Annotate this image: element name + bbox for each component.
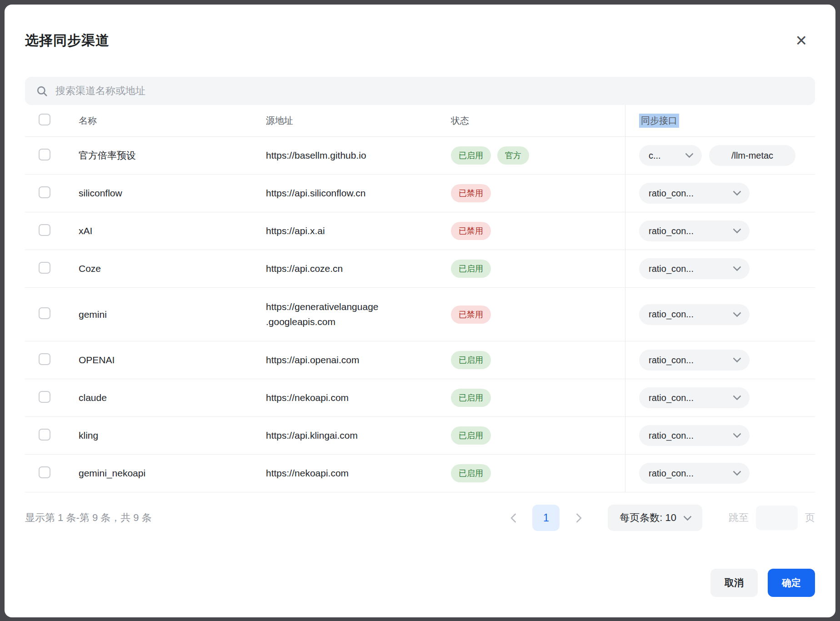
chevron-down-icon	[733, 263, 741, 271]
confirm-button[interactable]: 确定	[768, 569, 815, 597]
channel-source-url: https://api.siliconflow.cn	[266, 186, 451, 201]
channel-name: gemini_nekoapi	[79, 468, 266, 479]
row-checkbox[interactable]	[39, 429, 50, 441]
channel-source-url: https://api.coze.cn	[266, 261, 451, 276]
chevron-down-icon	[733, 392, 741, 400]
pager-controls: 1 每页条数: 10 跳至 页	[506, 505, 815, 531]
page-size-select[interactable]: 每页条数: 10	[608, 505, 702, 531]
column-header-source: 源地址	[266, 115, 451, 127]
channel-name: kling	[79, 430, 266, 441]
sync-endpoint-value: ratio_con...	[649, 431, 694, 441]
table-row: gemini_nekoapi https://nekoapi.com 已启用 r…	[25, 455, 815, 492]
jump-to-page: 跳至 页	[729, 506, 815, 530]
sync-endpoint-select[interactable]: ratio_con...	[639, 258, 750, 279]
channel-name: siliconflow	[79, 188, 266, 199]
chevron-down-icon	[685, 150, 693, 158]
jump-prefix-label: 跳至	[729, 511, 749, 525]
row-checkbox[interactable]	[39, 186, 50, 198]
sync-endpoint-value: ratio_con...	[649, 226, 694, 236]
row-checkbox[interactable]	[39, 391, 50, 403]
sync-endpoint-select[interactable]: ratio_con...	[639, 220, 750, 241]
pagination-summary: 显示第 1 条-第 9 条，共 9 条	[25, 511, 152, 525]
table-row: kling https://api.klingai.com 已启用 ratio_…	[25, 417, 815, 455]
table-row: Coze https://api.coze.cn 已启用 ratio_con..…	[25, 250, 815, 288]
column-header-status: 状态	[451, 115, 625, 127]
row-checkbox[interactable]	[39, 466, 50, 478]
sync-endpoint-select[interactable]: c...	[639, 145, 702, 166]
row-checkbox[interactable]	[39, 262, 50, 274]
status-badge: 已启用	[451, 426, 491, 445]
table-row: OPENAI https://api.openai.com 已启用 ratio_…	[25, 341, 815, 379]
search-placeholder: 搜索渠道名称或地址	[55, 84, 145, 98]
chevron-down-icon	[733, 430, 741, 438]
jump-page-input[interactable]	[756, 506, 798, 530]
column-header-name: 名称	[79, 115, 266, 127]
status-badge: 已启用	[451, 260, 491, 278]
table-row: 官方倍率预设 https://basellm.github.io 已启用 官方 …	[25, 137, 815, 175]
table-row: gemini https://generativelanguage .googl…	[25, 288, 815, 341]
chevron-down-icon	[733, 354, 741, 362]
sync-endpoint-value: ratio_con...	[649, 309, 694, 320]
sync-channel-dialog: 选择同步渠道 × 搜索渠道名称或地址 名称 源地址 状态 同步接口 官方倍率预设…	[5, 5, 835, 617]
sync-endpoint-value: ratio_con...	[649, 355, 694, 366]
next-page-icon[interactable]	[568, 509, 586, 527]
prev-page-icon[interactable]	[506, 509, 524, 527]
column-header-sync: 同步接口	[639, 114, 679, 128]
sync-endpoint-value: c...	[649, 150, 661, 161]
status-badge: 已启用	[451, 464, 491, 482]
channel-name: gemini	[79, 309, 266, 320]
status-badge: 已禁用	[451, 184, 491, 202]
table-row: xAI https://api.x.ai 已禁用 ratio_con...	[25, 212, 815, 250]
dialog-title: 选择同步渠道	[25, 31, 110, 50]
page-size-label: 每页条数: 10	[620, 511, 676, 525]
sync-endpoint-value: ratio_con...	[649, 393, 694, 403]
select-all-checkbox[interactable]	[39, 114, 50, 125]
pagination-bar: 显示第 1 条-第 9 条，共 9 条 1 每页条数: 10 跳至 页	[25, 504, 815, 531]
channel-source-url: https://generativelanguage .googleapis.c…	[266, 300, 451, 329]
close-icon[interactable]: ×	[795, 31, 807, 50]
table-row: siliconflow https://api.siliconflow.cn 已…	[25, 175, 815, 212]
chevron-down-icon	[733, 187, 741, 195]
channel-table: 名称 源地址 状态 同步接口 官方倍率预设 https://basellm.gi…	[25, 105, 815, 492]
status-badge: 已禁用	[451, 222, 491, 240]
status-badge: 已启用	[451, 389, 491, 407]
sync-endpoint-value: ratio_con...	[649, 188, 694, 199]
chevron-down-icon	[733, 309, 741, 317]
status-badge: 已禁用	[451, 305, 491, 324]
official-badge: 官方	[497, 146, 529, 165]
channel-source-url: https://nekoapi.com	[266, 391, 451, 406]
sync-endpoint-select[interactable]: ratio_con...	[639, 350, 750, 371]
channel-source-url: https://api.x.ai	[266, 224, 451, 239]
channel-name: 官方倍率预设	[79, 149, 266, 162]
sync-endpoint-select[interactable]: ratio_con...	[639, 425, 750, 446]
sync-endpoint-value: ratio_con...	[649, 264, 694, 274]
sync-endpoint-select[interactable]: ratio_con...	[639, 387, 750, 408]
status-badge: 已启用	[451, 351, 491, 369]
channel-name: claude	[79, 392, 266, 403]
sync-endpoint-select[interactable]: ratio_con...	[639, 463, 750, 484]
channel-name: OPENAI	[79, 355, 266, 366]
row-checkbox[interactable]	[39, 149, 50, 160]
row-checkbox[interactable]	[39, 353, 50, 365]
sync-endpoint-value: ratio_con...	[649, 468, 694, 479]
chevron-down-icon	[733, 225, 741, 233]
sync-endpoint-select[interactable]: ratio_con...	[639, 304, 750, 325]
sync-path-input[interactable]: /llm-metac	[709, 145, 795, 166]
cancel-button[interactable]: 取消	[710, 569, 758, 597]
sync-endpoint-select[interactable]: ratio_con...	[639, 183, 750, 204]
channel-source-url: https://api.openai.com	[266, 353, 451, 368]
channel-source-url: https://nekoapi.com	[266, 466, 451, 481]
table-header-row: 名称 源地址 状态 同步接口	[25, 105, 815, 137]
channel-source-url: https://api.klingai.com	[266, 428, 451, 443]
row-checkbox[interactable]	[39, 307, 50, 319]
search-icon	[36, 85, 48, 97]
dialog-header: 选择同步渠道 ×	[25, 30, 815, 51]
channel-name: Coze	[79, 263, 266, 274]
row-checkbox[interactable]	[39, 224, 50, 236]
jump-suffix-label: 页	[805, 511, 815, 525]
channel-source-url: https://basellm.github.io	[266, 148, 451, 163]
search-input[interactable]: 搜索渠道名称或地址	[25, 77, 815, 105]
page-number-button[interactable]: 1	[532, 505, 560, 531]
chevron-down-icon	[683, 512, 691, 521]
table-row: claude https://nekoapi.com 已启用 ratio_con…	[25, 379, 815, 417]
